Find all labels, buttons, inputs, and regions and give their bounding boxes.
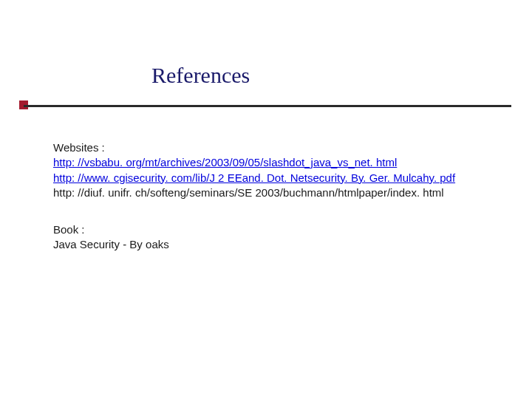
title-divider: [24, 105, 511, 107]
websites-heading: Websites :: [53, 140, 455, 155]
book-entry: Java Security - By oaks: [53, 237, 455, 252]
book-heading: Book :: [53, 222, 455, 237]
reference-link-2[interactable]: http: //www. cgisecurity. com/lib/J 2 EE…: [53, 171, 455, 185]
page-title: References: [151, 63, 250, 88]
references-content: Websites : http: //vsbabu. org/mt/archiv…: [53, 140, 455, 253]
reference-link-1[interactable]: http: //vsbabu. org/mt/archives/2003/09/…: [53, 155, 455, 170]
reference-link-3: http: //diuf. unifr. ch/softeng/seminars…: [53, 185, 455, 200]
